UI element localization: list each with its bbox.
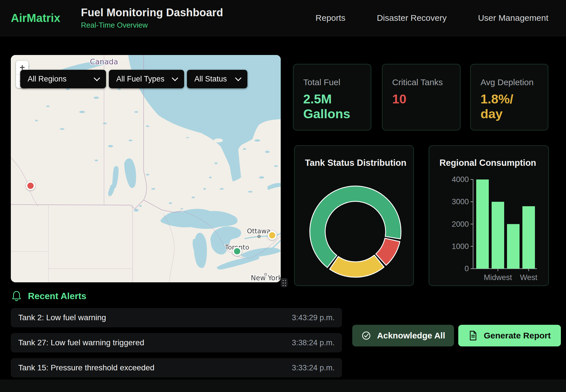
- regional-consumption-bar-chart: 01000200030004000MidwestWest: [429, 146, 549, 287]
- nav-disaster-recovery[interactable]: Disaster Recovery: [377, 13, 447, 23]
- acknowledge-all-button[interactable]: Acknowledge All: [352, 325, 454, 346]
- bar-west: [522, 206, 535, 269]
- map-island: [214, 138, 223, 142]
- tank-marker-normal[interactable]: [233, 247, 242, 256]
- check-circle-icon: [361, 330, 371, 341]
- alert-timestamp: 3:38:24 p.m.: [292, 338, 335, 347]
- tank-marker-critical[interactable]: [26, 181, 35, 190]
- alert-message: Tank 2: Low fuel warning: [18, 313, 106, 322]
- page-title: Fuel Monitoring Dashboard: [81, 7, 223, 19]
- fuel-type-filter-value: All Fuel Types: [116, 75, 164, 83]
- top-bar: AirMatrix Fuel Monitoring Dashboard Real…: [0, 0, 566, 36]
- chevron-down-icon: [94, 75, 100, 81]
- stat-value: 1.8%/day: [481, 92, 548, 121]
- alert-timestamp: 3:43:29 p.m.: [292, 313, 335, 322]
- page-subtitle: Real-Time Overview: [81, 21, 223, 30]
- donut-segment-warning: [329, 255, 384, 277]
- stat-card-avg-depletion: Avg Depletion 1.8%/day: [470, 64, 548, 130]
- y-axis-tick-label: 4000: [452, 175, 469, 184]
- bar-region-1: [476, 179, 489, 269]
- alerts-header: Recent Alerts: [11, 290, 86, 302]
- alert-row[interactable]: Tank 15: Pressure threshold exceeded 3:3…: [11, 358, 342, 377]
- alert-message: Tank 15: Pressure threshold exceeded: [18, 363, 154, 372]
- region-filter-value: All Regions: [28, 75, 67, 83]
- stat-value: 2.5MGallons: [303, 92, 371, 121]
- regional-consumption-card: Regional Consumption 01000200030004000Mi…: [429, 145, 549, 286]
- map-filter-bar: All Regions All Fuel Types All Status: [20, 70, 247, 88]
- tank-status-card: Tank Status Distribution: [294, 145, 414, 286]
- bell-icon: [11, 290, 22, 302]
- x-axis-tick-label: West: [520, 273, 538, 282]
- generate-report-label: Generate Report: [484, 331, 551, 340]
- nav-reports[interactable]: Reports: [315, 13, 345, 23]
- title-block: Fuel Monitoring Dashboard Real-Time Over…: [81, 7, 223, 30]
- bar-midwest: [492, 202, 504, 269]
- status-filter-dropdown[interactable]: All Status: [187, 70, 247, 88]
- status-filter-value: All Status: [194, 75, 227, 83]
- stat-label: Total Fuel: [303, 77, 371, 87]
- alert-message: Tank 27: Low fuel warning triggered: [18, 338, 144, 347]
- y-axis-tick-label: 1000: [452, 242, 469, 251]
- x-axis-tick-label: Midwest: [484, 273, 512, 282]
- fuel-type-filter-dropdown[interactable]: All Fuel Types: [109, 70, 184, 88]
- bar-region-3: [507, 224, 520, 269]
- map-label-ottawa: Ottawa: [247, 227, 270, 235]
- acknowledge-all-label: Acknowledge All: [377, 331, 445, 340]
- map-resize-handle[interactable]: [281, 278, 288, 287]
- stat-card-total-fuel: Total Fuel 2.5MGallons: [293, 64, 371, 130]
- alert-timestamp: 3:33:24 p.m.: [292, 364, 335, 372]
- stat-label: Critical Tanks: [392, 77, 460, 87]
- stat-label: Avg Depletion: [481, 77, 548, 87]
- chevron-down-icon: [172, 75, 178, 81]
- chevron-down-icon: [235, 75, 242, 81]
- map-label-country: Canada: [90, 58, 118, 66]
- brand-logo: AirMatrix: [11, 12, 81, 24]
- stat-card-critical-tanks: Critical Tanks 10: [382, 64, 461, 130]
- tank-marker-warning[interactable]: [268, 231, 277, 240]
- y-axis-tick-label: 2000: [452, 220, 469, 228]
- map-label-new-york: New York: [251, 274, 281, 282]
- nav-user-management[interactable]: User Management: [478, 13, 548, 23]
- alerts-title: Recent Alerts: [28, 291, 86, 301]
- bottom-strip: [0, 379, 566, 392]
- alert-row[interactable]: Tank 2: Low fuel warning 3:43:29 p.m.: [11, 308, 342, 327]
- region-filter-dropdown[interactable]: All Regions: [20, 70, 106, 88]
- stat-value: 10: [392, 92, 460, 107]
- alert-row[interactable]: Tank 27: Low fuel warning triggered 3:38…: [11, 333, 342, 352]
- generate-report-button[interactable]: Generate Report: [458, 325, 561, 346]
- tank-status-donut-chart: [295, 146, 414, 287]
- y-axis-tick-label: 0: [465, 264, 469, 273]
- main-nav: Reports Disaster Recovery User Managemen…: [315, 13, 566, 23]
- report-document-icon: [468, 330, 478, 341]
- y-axis-tick-label: 3000: [452, 197, 469, 206]
- fuel-map[interactable]: Canada Ottawa Toronto New York + − All R…: [11, 55, 281, 282]
